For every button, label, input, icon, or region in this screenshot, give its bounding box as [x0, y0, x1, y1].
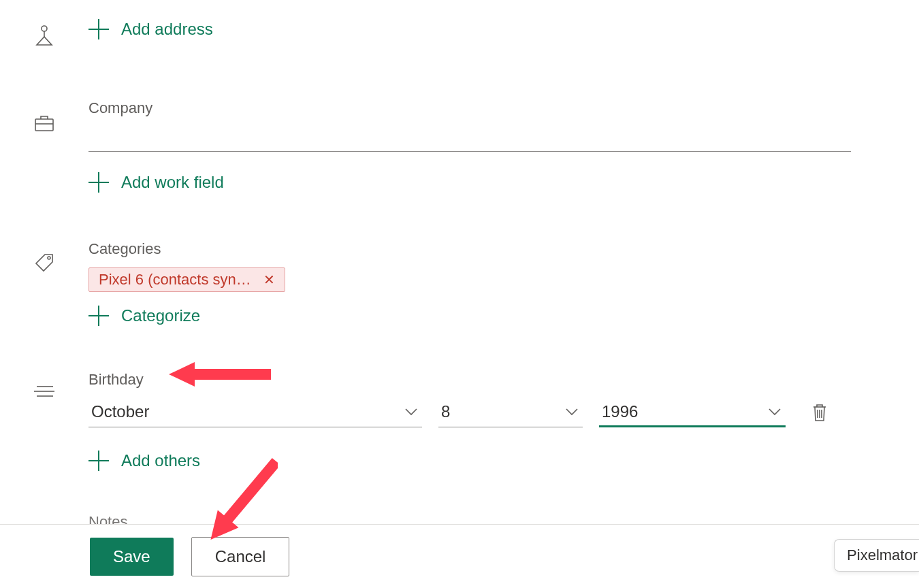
- categories-label: Categories: [88, 240, 851, 258]
- chevron-down-icon: [564, 404, 580, 420]
- category-tag-label: Pixel 6 (contacts syn…: [99, 271, 251, 289]
- remove-tag-button[interactable]: ✕: [261, 272, 278, 288]
- birthday-year-value: 1996: [602, 402, 638, 421]
- cancel-button[interactable]: Cancel: [191, 537, 290, 576]
- briefcase-icon: [34, 114, 54, 132]
- pixelmator-overlay-label: Pixelmator: [847, 546, 918, 564]
- notes-label: Notes: [88, 513, 851, 524]
- add-address-button[interactable]: Add address: [88, 19, 213, 39]
- birthday-label: Birthday: [88, 371, 851, 389]
- categorize-label: Categorize: [121, 306, 200, 325]
- add-address-label: Add address: [121, 20, 213, 39]
- plus-icon: [88, 451, 109, 471]
- company-input[interactable]: [88, 120, 851, 152]
- category-tag[interactable]: Pixel 6 (contacts syn… ✕: [88, 267, 285, 292]
- pixelmator-overlay: Pixelmator: [834, 539, 919, 572]
- svg-rect-1: [35, 119, 53, 131]
- svg-point-0: [42, 26, 47, 31]
- birthday-year-dropdown[interactable]: 1996: [599, 397, 786, 427]
- tag-icon: [34, 252, 54, 273]
- chevron-down-icon: [403, 404, 419, 420]
- plus-icon: [88, 19, 109, 39]
- birthday-month-value: October: [91, 402, 149, 421]
- categorize-button[interactable]: Categorize: [88, 306, 200, 326]
- company-label: Company: [88, 99, 851, 117]
- add-work-field-label: Add work field: [121, 173, 224, 192]
- save-button[interactable]: Save: [90, 538, 174, 576]
- address-pin-icon: [34, 23, 54, 46]
- plus-icon: [88, 172, 109, 193]
- svg-point-2: [48, 257, 50, 259]
- birthday-day-value: 8: [441, 402, 450, 421]
- plus-icon: [88, 306, 109, 326]
- birthday-month-dropdown[interactable]: October: [88, 397, 422, 427]
- footer-bar: Save Cancel: [0, 524, 919, 588]
- add-others-label: Add others: [121, 451, 200, 470]
- lines-icon: [34, 385, 54, 398]
- add-others-button[interactable]: Add others: [88, 451, 200, 471]
- birthday-day-dropdown[interactable]: 8: [438, 397, 583, 427]
- delete-birthday-button[interactable]: [810, 403, 829, 422]
- add-work-field-button[interactable]: Add work field: [88, 172, 224, 193]
- chevron-down-icon: [767, 404, 783, 420]
